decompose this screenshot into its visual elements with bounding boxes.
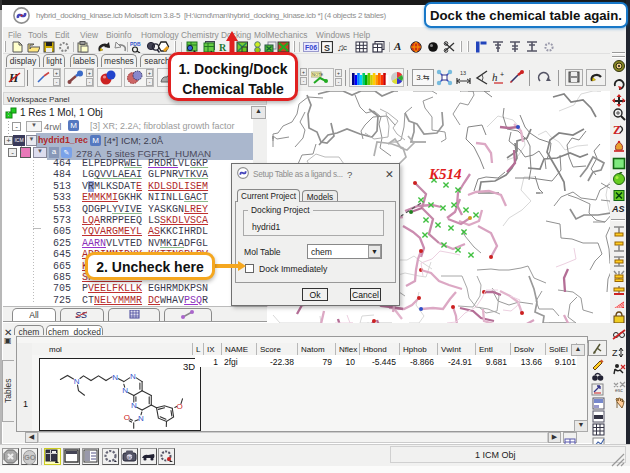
svg-text:һ: һ (492, 71, 498, 83)
svg-text:O: O (124, 413, 130, 422)
svg-text:esc: esc (615, 387, 623, 393)
svg-text:N: N (122, 386, 128, 395)
svg-text:NOTE: NOTE (312, 72, 323, 77)
svg-text:GO: GO (127, 455, 133, 460)
svg-text:Z: Z (613, 123, 621, 136)
svg-text:N: N (131, 401, 137, 410)
svg-text:N: N (138, 414, 144, 423)
svg-text:+: + (500, 71, 504, 78)
svg-text:PDB: PDB (130, 41, 141, 47)
svg-text:13: 13 (460, 70, 466, 76)
svg-text:N: N (112, 373, 118, 382)
svg-text:O: O (176, 402, 182, 411)
svg-text:Z: Z (612, 348, 618, 358)
svg-text:N: N (130, 372, 136, 381)
svg-text:N: N (74, 377, 80, 386)
svg-text:S: S (324, 43, 330, 53)
svg-text:c: c (343, 43, 347, 52)
